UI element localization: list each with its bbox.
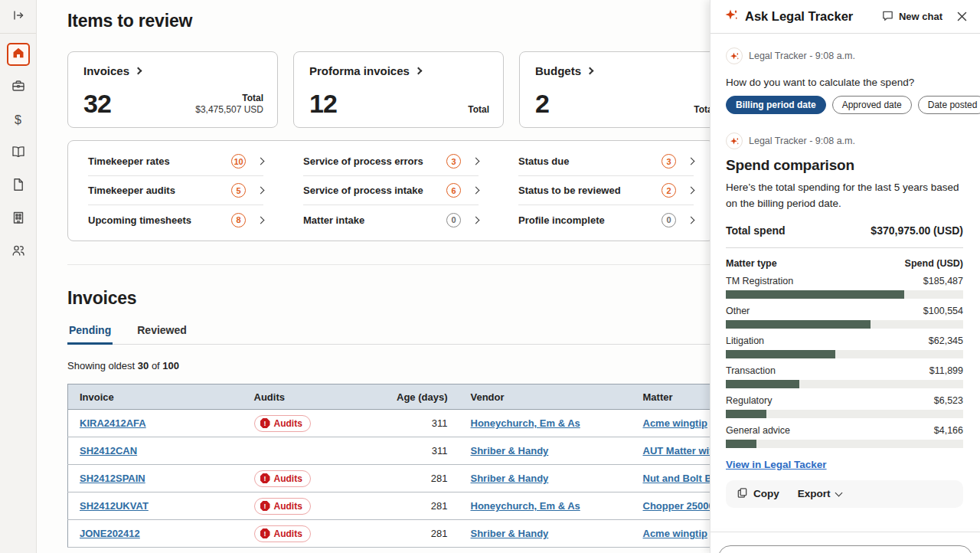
- age-value: 281: [371, 492, 456, 520]
- card-total-value: $3,475,507 USD: [195, 104, 263, 116]
- review-item-profile-incomplete[interactable]: Profile incomplete 0: [518, 205, 694, 234]
- card-proforma-invoices[interactable]: Proforma invoices 12 Total: [293, 51, 504, 128]
- tab-pending[interactable]: Pending: [67, 321, 113, 345]
- sidebar-item-organization[interactable]: [7, 208, 30, 231]
- bar-fill: [726, 320, 871, 329]
- card-total-label: Total: [468, 104, 489, 116]
- chevron-right-icon: [688, 187, 695, 195]
- audits-badge[interactable]: ! Audits: [254, 525, 311, 542]
- copy-button[interactable]: Copy: [737, 487, 779, 501]
- matter-link[interactable]: AUT Matter wit: [643, 445, 713, 456]
- chart-col-spend: Spend (USD): [905, 258, 963, 269]
- vendor-link[interactable]: Honeychurch, Em & As: [471, 417, 580, 429]
- age-value: 311: [371, 437, 456, 465]
- review-item-label: Service of process errors: [303, 155, 446, 167]
- card-invoices[interactable]: Invoices 32 Total $3,475,507 USD: [67, 51, 278, 128]
- bar-track: [726, 380, 963, 388]
- expand-sidebar-button[interactable]: [7, 5, 30, 28]
- invoice-link[interactable]: SH2412UKVAT: [80, 500, 149, 512]
- chart-category-label: Regulatory: [726, 395, 772, 406]
- chevron-right-icon: [257, 216, 265, 224]
- chart-row: Transaction $11,899: [726, 365, 963, 388]
- pill-approved-date[interactable]: Approved date: [832, 96, 912, 114]
- review-items-panel: Timekeeper rates 10 Timekeeper audits 5 …: [67, 140, 714, 241]
- invoices-tabbar: Pending Reviewed: [67, 321, 714, 345]
- count-badge: 0: [662, 213, 676, 227]
- review-items-column: Timekeeper rates 10 Timekeeper audits 5 …: [88, 147, 263, 234]
- col-invoice: Invoice: [68, 384, 243, 410]
- audits-badge-label: Audits: [274, 418, 302, 429]
- review-item-status-due[interactable]: Status due 3: [518, 147, 694, 176]
- vendor-link[interactable]: Shriber & Handy: [471, 445, 549, 456]
- message-sender-time: Legal Tracker - 9:08 a.m.: [749, 51, 855, 61]
- option-pills: Billing period date Approved date Date p…: [726, 96, 963, 114]
- sidebar-item-finance[interactable]: $: [7, 109, 30, 132]
- review-item-matter-intake[interactable]: Matter intake 0: [303, 205, 479, 234]
- audits-badge[interactable]: ! Audits: [254, 415, 311, 432]
- review-item-label: Upcoming timesheets: [88, 214, 231, 226]
- chart-value-label: $185,487: [923, 276, 963, 286]
- vendor-link[interactable]: Honeychurch, Em & As: [471, 500, 580, 512]
- message-meta: Legal Tracker - 9:08 a.m.: [726, 47, 963, 64]
- chevron-right-icon: [688, 216, 695, 224]
- sidebar-item-briefcase[interactable]: [7, 76, 30, 99]
- matter-link[interactable]: Acme wingtip: [643, 417, 708, 429]
- matter-link[interactable]: Chopper 25000: [643, 500, 714, 512]
- chevron-right-icon: [472, 187, 480, 195]
- home-icon: [11, 46, 25, 63]
- vendor-link[interactable]: Shriber & Handy: [471, 528, 549, 539]
- review-item-status-to-be-reviewed[interactable]: Status to be reviewed 2: [518, 176, 694, 205]
- count-badge: 0: [446, 213, 461, 227]
- pill-billing-period-date[interactable]: Billing period date: [726, 96, 826, 114]
- sidebar-item-library[interactable]: [7, 142, 30, 165]
- invoice-link[interactable]: JONE202412: [80, 528, 140, 539]
- chart-category-label: TM Registration: [726, 276, 793, 286]
- sidebar-item-people[interactable]: [7, 241, 30, 263]
- ask-legal-tracker-panel: Ask Legal Tracker New chat: [710, 0, 980, 553]
- review-item-sop-intake[interactable]: Service of process intake 6: [303, 176, 479, 205]
- expand-right-icon: [11, 8, 25, 25]
- review-item-label: Profile incomplete: [518, 214, 662, 226]
- matter-link[interactable]: Nut and Bolt B: [643, 473, 712, 484]
- view-in-legal-tracker-link[interactable]: View in Legal Tacker: [726, 459, 827, 470]
- audits-badge[interactable]: ! Audits: [254, 470, 311, 487]
- bar-fill: [726, 440, 756, 448]
- chevron-right-icon: [135, 67, 142, 75]
- review-item-timekeeper-audits[interactable]: Timekeeper audits 5: [88, 176, 263, 205]
- vendor-link[interactable]: Shriber & Handy: [471, 473, 549, 484]
- total-spend-label: Total spend: [726, 224, 786, 237]
- review-item-timekeeper-rates[interactable]: Timekeeper rates 10: [88, 147, 263, 176]
- pill-date-posted[interactable]: Date posted: [918, 96, 980, 114]
- bar-track: [726, 440, 963, 448]
- chart-value-label: $6,523: [934, 395, 963, 406]
- chart-row: General advice $4,166: [726, 425, 963, 448]
- chat-input[interactable]: [718, 545, 972, 553]
- sidebar-item-documents[interactable]: [7, 175, 30, 198]
- invoice-link[interactable]: SH2412CAN: [80, 445, 137, 456]
- chart-value-label: $62,345: [929, 335, 963, 346]
- tab-reviewed[interactable]: Reviewed: [136, 321, 188, 345]
- card-budgets[interactable]: Budgets 2 Total: [519, 51, 730, 128]
- chevron-right-icon: [688, 158, 695, 165]
- sidebar-item-home[interactable]: [7, 43, 30, 66]
- review-item-upcoming-timesheets[interactable]: Upcoming timesheets 8: [88, 205, 263, 234]
- count-badge: 8: [231, 213, 246, 227]
- review-items-column: Status due 3 Status to be reviewed 2 Pro…: [518, 147, 694, 234]
- invoice-link[interactable]: KIRA2412AFA: [80, 417, 146, 429]
- alert-octagon-icon: !: [260, 501, 270, 511]
- audits-badge[interactable]: ! Audits: [254, 498, 311, 515]
- new-chat-button[interactable]: New chat: [881, 9, 942, 25]
- invoice-link[interactable]: SH2412SPAIN: [80, 473, 145, 484]
- review-item-sop-errors[interactable]: Service of process errors 3: [303, 147, 479, 176]
- panel-title: Ask Legal Tracker: [745, 9, 853, 24]
- legal-tracker-avatar: [726, 133, 743, 149]
- close-panel-button[interactable]: [956, 11, 968, 22]
- sidebar: $: [0, 0, 37, 553]
- card-title-label: Invoices: [83, 64, 129, 77]
- chart-value-label: $4,166: [934, 425, 963, 436]
- showing-prefix: Showing oldest: [67, 360, 135, 371]
- audits-badge-label: Audits: [274, 528, 302, 539]
- chart-row: Other $100,554: [726, 306, 963, 329]
- export-button[interactable]: Export: [798, 488, 841, 499]
- matter-link[interactable]: Acme wingtip: [643, 528, 708, 539]
